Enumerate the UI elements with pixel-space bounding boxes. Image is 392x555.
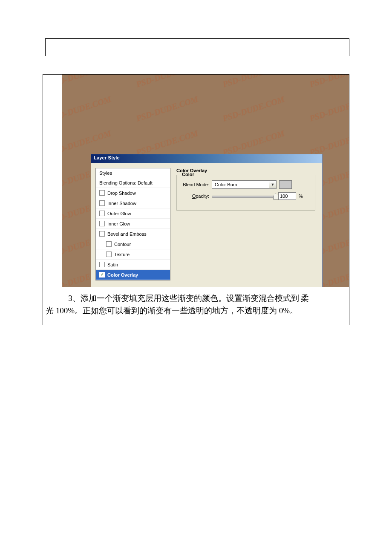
style-row[interactable]: Inner Shadow [96, 198, 170, 208]
checkbox-icon[interactable] [99, 190, 105, 196]
opacity-value-input[interactable]: 100 [278, 192, 296, 200]
checkbox-icon[interactable] [99, 272, 105, 278]
style-row-label: Color Overlay [107, 272, 138, 278]
top-empty-box [45, 38, 349, 56]
checkbox-icon[interactable] [106, 251, 112, 257]
blend-mode-value: Color Burn [212, 182, 269, 187]
color-fieldset: Color Blend Mode: Color Burn ▼ [176, 175, 315, 211]
style-row-label: Inner Glow [107, 221, 130, 226]
style-row[interactable]: Contour [96, 239, 170, 249]
style-row[interactable]: Blending Options: Default [96, 178, 170, 188]
style-row-label: Outer Glow [107, 211, 131, 216]
style-row[interactable]: Color Overlay [96, 270, 170, 280]
blend-mode-label: Blend Mode: [181, 182, 209, 187]
style-row-label: Bevel and Emboss [107, 231, 147, 237]
checkbox-icon[interactable] [99, 211, 105, 216]
checkbox-icon[interactable] [99, 221, 105, 226]
panel-title: Color Overlay [176, 168, 315, 173]
layer-style-dialog: Layer Style Styles Blending Options: Def… [91, 154, 323, 287]
style-row-label: Satin [107, 262, 118, 267]
fieldset-legend: Color [180, 172, 196, 177]
screenshot-area: PSD-DUDE.COMPSD-DUDE.COMPSD-DUDE.COMPSD-… [43, 75, 349, 287]
opacity-slider[interactable] [212, 192, 276, 200]
caption-text: 3、添加一个渐变填充层用这些渐变的颜色。设置渐变混合模式到 柔 光 100%。正… [43, 287, 349, 325]
opacity-unit: % [299, 194, 303, 199]
style-row-label: Blending Options: Default [99, 180, 153, 185]
style-row[interactable]: Satin [96, 260, 170, 270]
chevron-down-icon[interactable]: ▼ [269, 181, 276, 188]
checkbox-icon[interactable] [99, 262, 105, 267]
style-row-label: Drop Shadow [107, 191, 136, 196]
style-row[interactable]: Outer Glow [96, 208, 170, 219]
style-row-label: Inner Shadow [107, 201, 136, 206]
checkbox-icon[interactable] [99, 231, 105, 237]
blend-mode-dropdown[interactable]: Color Burn ▼ [212, 180, 277, 189]
style-row-label: Texture [114, 252, 130, 257]
slider-thumb-icon[interactable] [273, 194, 278, 199]
color-swatch[interactable] [279, 180, 292, 189]
style-row[interactable]: Drop Shadow [96, 188, 170, 198]
checkbox-icon[interactable] [106, 241, 112, 247]
checkbox-icon[interactable] [99, 200, 105, 206]
opacity-label: Opacity: [181, 194, 209, 199]
style-row[interactable]: Inner Glow [96, 219, 170, 229]
style-row[interactable]: Texture [96, 249, 170, 260]
styles-list: Styles Blending Options: DefaultDrop Sha… [95, 168, 170, 280]
color-overlay-panel: Color Overlay Color Blend Mode: Color Bu… [170, 168, 318, 280]
leather-background: PSD-DUDE.COMPSD-DUDE.COMPSD-DUDE.COMPSD-… [62, 75, 349, 287]
styles-header[interactable]: Styles [96, 168, 170, 178]
dialog-titlebar: Layer Style [91, 154, 322, 163]
style-row-label: Contour [114, 242, 131, 247]
main-content-box: PSD-DUDE.COMPSD-DUDE.COMPSD-DUDE.COMPSD-… [43, 74, 349, 325]
style-row[interactable]: Bevel and Emboss [96, 229, 170, 239]
